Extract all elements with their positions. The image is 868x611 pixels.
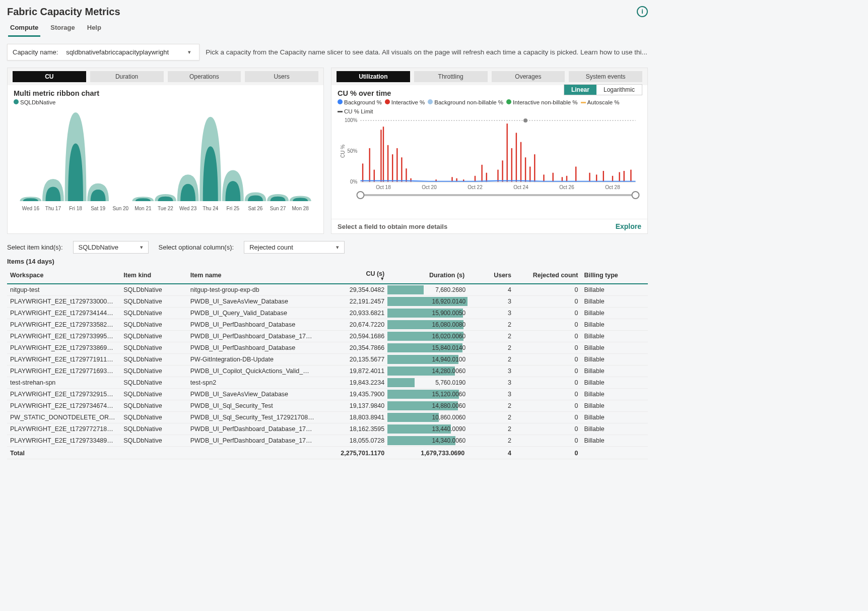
capacity-slicer-dropdown[interactable]: sqldbnativefabriccapacityplaywright ▾ xyxy=(63,47,194,57)
svg-text:100%: 100% xyxy=(345,117,358,123)
table-row[interactable]: PLAYWRIGHT_E2E_t1729733869…SQLDbNativePW… xyxy=(7,342,648,354)
table-row[interactable]: PLAYWRIGHT_E2E_t1729771911…SQLDbNativePW… xyxy=(7,354,648,365)
table-row[interactable]: PLAYWRIGHT_E2E_t1729772718…SQLDbNativePW… xyxy=(7,423,648,435)
table-row[interactable]: PLAYWRIGHT_E2E_t1729733995…SQLDbNativePW… xyxy=(7,331,648,342)
table-row[interactable]: PLAYWRIGHT_E2E_t1729733582…SQLDbNativePW… xyxy=(7,319,648,331)
svg-rect-57 xyxy=(630,170,631,182)
col-cu-s-[interactable]: CU (s)▼ xyxy=(321,267,387,284)
svg-text:Mon 28: Mon 28 xyxy=(292,206,309,211)
table-row[interactable]: PLAYWRIGHT_E2E_t1729734674…SQLDbNativePW… xyxy=(7,400,648,412)
info-icon[interactable]: i xyxy=(637,6,648,17)
legend-item: CU % Limit xyxy=(338,108,373,114)
right-tab-throttling[interactable]: Throttling xyxy=(414,71,488,82)
table-total-row: Total2,275,701.11701,679,733.069040 xyxy=(7,447,648,459)
table-row[interactable]: PW_STATIC_DONOTDELETE_OR_…SQLDbNativePWD… xyxy=(7,412,648,423)
svg-rect-24 xyxy=(387,145,388,182)
svg-rect-35 xyxy=(481,165,482,182)
table-row[interactable]: PLAYWRIGHT_E2E_t1729733000…SQLDbNativePW… xyxy=(7,296,648,308)
svg-rect-55 xyxy=(619,172,620,182)
capacity-slicer-value: sqldbnativefabriccapacityplaywright xyxy=(66,48,169,56)
explore-link[interactable]: Explore xyxy=(616,222,641,230)
scale-linear-button[interactable]: Linear xyxy=(564,85,596,95)
svg-text:Oct 28: Oct 28 xyxy=(605,185,620,190)
svg-text:Wed 23: Wed 23 xyxy=(179,206,197,211)
svg-text:Fri 18: Fri 18 xyxy=(69,206,82,211)
svg-rect-23 xyxy=(383,127,384,182)
col-duration-s-[interactable]: Duration (s) xyxy=(387,267,468,284)
chevron-down-icon: ▾ xyxy=(140,244,143,251)
col-users[interactable]: Users xyxy=(468,267,514,284)
table-row[interactable]: PLAYWRIGHT_E2E_t1729732915…SQLDbNativePW… xyxy=(7,389,648,400)
svg-rect-39 xyxy=(507,124,508,182)
right-tab-system-events[interactable]: System events xyxy=(569,71,642,82)
svg-point-17 xyxy=(523,118,527,123)
ribbon-chart[interactable]: Wed 16Thu 17Fri 18Sat 19Sun 20Mon 21Tue … xyxy=(12,107,319,213)
items-title: Items (14 days) xyxy=(7,258,648,265)
right-tab-overages[interactable]: Overages xyxy=(492,71,565,82)
item-kind-value: SQLDbNative xyxy=(79,243,118,251)
scale-logarithmic-button[interactable]: Logarithmic xyxy=(596,85,642,95)
svg-text:Mon 21: Mon 21 xyxy=(135,206,152,211)
ribbon-card: CUDurationOperationsUsers Multi metric r… xyxy=(7,68,324,234)
svg-text:Wed 16: Wed 16 xyxy=(22,206,40,211)
svg-text:CU %: CU % xyxy=(340,145,346,158)
svg-rect-41 xyxy=(516,133,517,182)
help-text: Pick a capacity from the Capacity name s… xyxy=(206,48,648,56)
legend-item: Interactive non-billable % xyxy=(506,99,578,105)
svg-text:Oct 20: Oct 20 xyxy=(422,185,437,190)
svg-text:Sun 27: Sun 27 xyxy=(270,206,286,211)
table-row[interactable]: PLAYWRIGHT_E2E_t1729734144…SQLDbNativePW… xyxy=(7,308,648,319)
optional-columns-value: Rejected count xyxy=(249,243,293,251)
svg-rect-40 xyxy=(511,148,512,182)
optional-columns-dropdown[interactable]: Rejected count ▾ xyxy=(244,241,345,254)
svg-rect-47 xyxy=(553,173,554,182)
svg-text:50%: 50% xyxy=(347,148,357,154)
capacity-slicer-label: Capacity name: xyxy=(13,48,58,56)
svg-rect-22 xyxy=(380,130,381,182)
ribbon-tab-operations[interactable]: Operations xyxy=(168,71,241,82)
ribbon-tab-users[interactable]: Users xyxy=(245,71,318,82)
col-workspace[interactable]: Workspace xyxy=(7,267,120,284)
svg-text:0%: 0% xyxy=(350,179,358,185)
ribbon-tab-duration[interactable]: Duration xyxy=(90,71,164,82)
right-tab-utilization[interactable]: Utilization xyxy=(337,71,410,82)
table-row[interactable]: PLAYWRIGHT_E2E_t1729733489…SQLDbNativePW… xyxy=(7,435,648,447)
svg-rect-37 xyxy=(497,170,498,182)
ribbon-legend-item: SQLDbNative xyxy=(14,99,55,105)
svg-rect-20 xyxy=(369,148,370,182)
cu-chart[interactable]: 0%50%100%CU %Oct 18Oct 20Oct 22Oct 24Oct… xyxy=(336,116,643,202)
tab-storage[interactable]: Storage xyxy=(48,21,77,37)
range-slider-start[interactable] xyxy=(357,192,364,199)
svg-rect-51 xyxy=(589,173,590,182)
legend-item: Background non-billable % xyxy=(428,99,503,105)
col-billing-type[interactable]: Billing type xyxy=(581,267,648,284)
svg-rect-53 xyxy=(603,171,604,182)
svg-rect-43 xyxy=(525,157,526,182)
main-tabs: ComputeStorageHelp xyxy=(7,19,648,37)
svg-rect-28 xyxy=(406,168,407,182)
svg-text:Sat 19: Sat 19 xyxy=(91,206,105,211)
tab-compute[interactable]: Compute xyxy=(8,21,40,37)
svg-rect-26 xyxy=(396,148,397,182)
item-kind-dropdown[interactable]: SQLDbNative ▾ xyxy=(73,241,149,254)
table-row[interactable]: PLAYWRIGHT_E2E_t1729771693…SQLDbNativePW… xyxy=(7,365,648,377)
svg-rect-27 xyxy=(401,157,402,182)
col-rejected-count[interactable]: Rejected count xyxy=(514,267,581,284)
svg-text:Oct 26: Oct 26 xyxy=(559,185,574,190)
table-row[interactable]: test-strehan-spnSQLDbNativetest-spn219,8… xyxy=(7,377,648,389)
legend-item: Interactive % xyxy=(385,99,425,105)
ribbon-tab-cu[interactable]: CU xyxy=(13,71,86,82)
col-item-kind[interactable]: Item kind xyxy=(120,267,187,284)
cu-chart-legend: Background %Interactive %Background non-… xyxy=(331,99,647,116)
tab-help[interactable]: Help xyxy=(85,21,103,37)
item-kind-label: Select item kind(s): xyxy=(7,243,63,251)
optional-columns-label: Select optional column(s): xyxy=(159,243,234,251)
range-slider-end[interactable] xyxy=(632,192,639,199)
page-title: Fabric Capacity Metrics xyxy=(7,4,120,19)
col-item-name[interactable]: Item name xyxy=(187,267,321,284)
detail-hint: Select a field to obtain more details xyxy=(338,223,447,230)
table-row[interactable]: nitgup-testSQLDbNativenitgup-test-group-… xyxy=(7,284,648,296)
legend-item: Background % xyxy=(338,99,382,105)
ribbon-metric-tabs: CUDurationOperationsUsers xyxy=(8,68,323,85)
svg-rect-42 xyxy=(520,142,521,182)
